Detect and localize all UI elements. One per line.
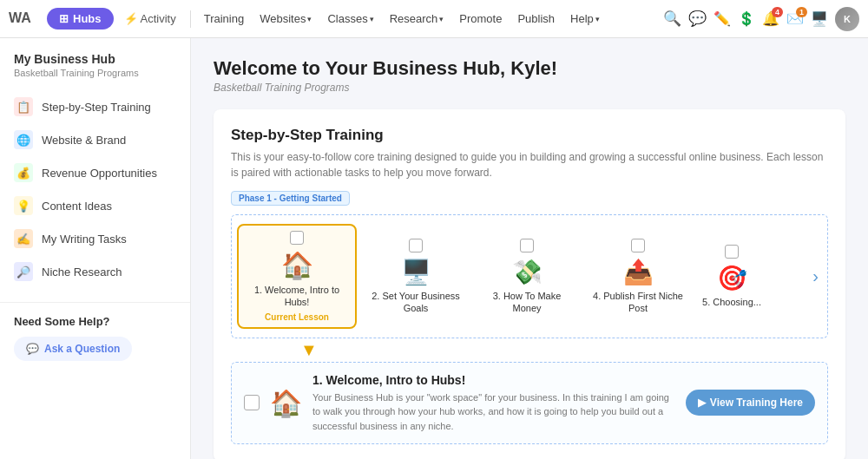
step-3-label: 3. How To Make Money [478, 290, 575, 315]
step-1-img: 🏠 [281, 250, 313, 280]
nav-link-help[interactable]: Help ▾ [564, 9, 606, 29]
sidebar-content-label: Content Ideas [42, 200, 112, 213]
hub-sub: Basketball Training Programs [0, 68, 190, 90]
hub-icon: ⊞ [59, 12, 69, 25]
pencil-icon[interactable]: ✏️ [713, 10, 731, 27]
activity-link[interactable]: ⚡ Activity [117, 9, 183, 29]
wa-logo: WA [9, 7, 40, 30]
hubs-button[interactable]: ⊞ Hubs [47, 8, 114, 30]
step-5[interactable]: 🎯 5. Choosing... [697, 239, 766, 313]
training-card: Step-by-Step Training This is your easy-… [214, 109, 845, 459]
view-training-button[interactable]: ▶ View Training Here [686, 390, 815, 416]
hub-label: Hubs [73, 12, 102, 25]
sidebar-revenue-label: Revenue Opportunities [42, 167, 157, 180]
lesson-checkbox[interactable] [244, 395, 260, 410]
lightning-icon: ⚡ [124, 12, 138, 25]
nav-link-websites[interactable]: Websites ▾ [253, 9, 318, 29]
page-subtitle: Basketball Training Programs [214, 82, 845, 94]
sidebar: My Business Hub Basketball Training Prog… [0, 38, 191, 459]
sidebar-item-writing[interactable]: ✍️ My Writing Tasks [0, 222, 190, 255]
step-1-label: 1. Welcome, Intro to Hubs! [242, 284, 352, 309]
steps-row: 🏠 1. Welcome, Intro to Hubs! Current Les… [231, 214, 828, 338]
training-title: Step-by-Step Training [231, 127, 828, 144]
sidebar-item-website[interactable]: 🌐 Website & Brand [0, 123, 190, 156]
step-5-label: 5. Choosing... [702, 296, 761, 308]
dollar-icon[interactable]: 💲 [738, 10, 755, 27]
step-4-img: 📤 [623, 258, 654, 286]
nav-link-training[interactable]: Training [198, 9, 250, 29]
step-4-checkbox[interactable] [631, 239, 645, 252]
ask-label: Ask a Question [44, 343, 120, 355]
main-layout: My Business Hub Basketball Training Prog… [0, 38, 868, 459]
mail-badge: 1 [796, 7, 807, 17]
sidebar-item-content[interactable]: 💡 Content Ideas [0, 189, 190, 222]
phase-badge: Phase 1 - Getting Started [231, 191, 350, 206]
step-2[interactable]: 🖥️ 2. Set Your Business Goals [360, 233, 471, 320]
step-1-checkbox[interactable] [290, 231, 304, 245]
lesson-desc: Your Business Hub is your "work space" f… [312, 390, 675, 434]
nav-right: 🔍 💬 ✏️ 💲 🔔 4 ✉️ 1 🖥️ K [663, 7, 859, 31]
sidebar-item-niche[interactable]: 🔎 Niche Research [0, 255, 190, 288]
bell-icon[interactable]: 🔔 4 [762, 10, 779, 27]
nav-divider [190, 10, 191, 28]
top-nav: WA ⊞ Hubs ⚡ Activity Training Websites ▾… [0, 0, 868, 38]
question-icon: 💬 [26, 343, 39, 355]
sidebar-item-revenue[interactable]: 💰 Revenue Opportunities [0, 156, 190, 189]
niche-icon: 🔎 [14, 262, 33, 281]
step-2-img: 🖥️ [401, 258, 431, 286]
revenue-icon: 💰 [14, 163, 33, 182]
hub-title: My Business Hub [0, 52, 190, 68]
nav-link-classes[interactable]: Classes ▾ [321, 9, 379, 29]
step-3-img: 💸 [512, 258, 542, 286]
step-4-label: 4. Publish First Niche Post [586, 290, 690, 315]
view-btn-label: View Training Here [710, 397, 803, 409]
training-icon: 📋 [14, 97, 33, 116]
nav-link-publish[interactable]: Publish [511, 9, 561, 29]
sidebar-website-label: Website & Brand [42, 134, 126, 147]
play-icon: ▶ [698, 397, 706, 409]
ask-question-button[interactable]: 💬 Ask a Question [14, 337, 132, 361]
step-2-checkbox[interactable] [409, 239, 423, 252]
lesson-img: 🏠 [270, 388, 302, 418]
help-title: Need Some Help? [14, 315, 176, 328]
lesson-title: 1. Welcome, Intro to Hubs! [312, 373, 675, 387]
mail-icon[interactable]: ✉️ 1 [786, 10, 804, 27]
svg-text:WA: WA [9, 10, 31, 25]
help-section: Need Some Help? 💬 Ask a Question [0, 302, 190, 361]
lesson-text: 1. Welcome, Intro to Hubs! Your Business… [312, 373, 675, 434]
step-3[interactable]: 💸 3. How To Make Money [475, 233, 579, 320]
step-2-label: 2. Set Your Business Goals [364, 290, 468, 315]
steps-next-arrow[interactable]: › [809, 266, 822, 286]
chat-icon[interactable]: 💬 [688, 10, 707, 28]
bell-badge: 4 [772, 7, 783, 17]
step-4[interactable]: 📤 4. Publish First Niche Post [582, 233, 694, 320]
nav-link-research[interactable]: Research ▾ [384, 9, 450, 29]
step-5-img: 🎯 [717, 264, 747, 292]
content-area: Welcome to Your Business Hub, Kyle! Bask… [191, 38, 868, 459]
nav-link-promote[interactable]: Promote [453, 9, 508, 29]
step-3-checkbox[interactable] [520, 239, 534, 252]
step-5-checkbox[interactable] [725, 245, 739, 259]
sidebar-training-label: Step-by-Step Training [42, 101, 151, 114]
step-1[interactable]: 🏠 1. Welcome, Intro to Hubs! Current Les… [237, 224, 357, 329]
search-icon[interactable]: 🔍 [663, 10, 681, 28]
avatar[interactable]: K [835, 7, 859, 31]
writing-icon: ✍️ [14, 229, 33, 248]
website-icon: 🌐 [14, 130, 33, 149]
activity-label: Activity [141, 12, 176, 25]
step-1-current: Current Lesson [265, 312, 329, 322]
monitor-nav-icon[interactable]: 🖥️ [811, 10, 828, 27]
lesson-box: 🏠 1. Welcome, Intro to Hubs! Your Busine… [231, 362, 828, 445]
content-icon: 💡 [14, 196, 33, 215]
training-desc: This is your easy-to-follow core trainin… [231, 149, 828, 180]
sidebar-item-training[interactable]: 📋 Step-by-Step Training [0, 90, 190, 123]
sidebar-writing-label: My Writing Tasks [42, 233, 127, 246]
page-title: Welcome to Your Business Hub, Kyle! [214, 57, 845, 80]
sidebar-niche-label: Niche Research [42, 266, 122, 279]
current-lesson-arrow: ▼ [231, 340, 828, 360]
